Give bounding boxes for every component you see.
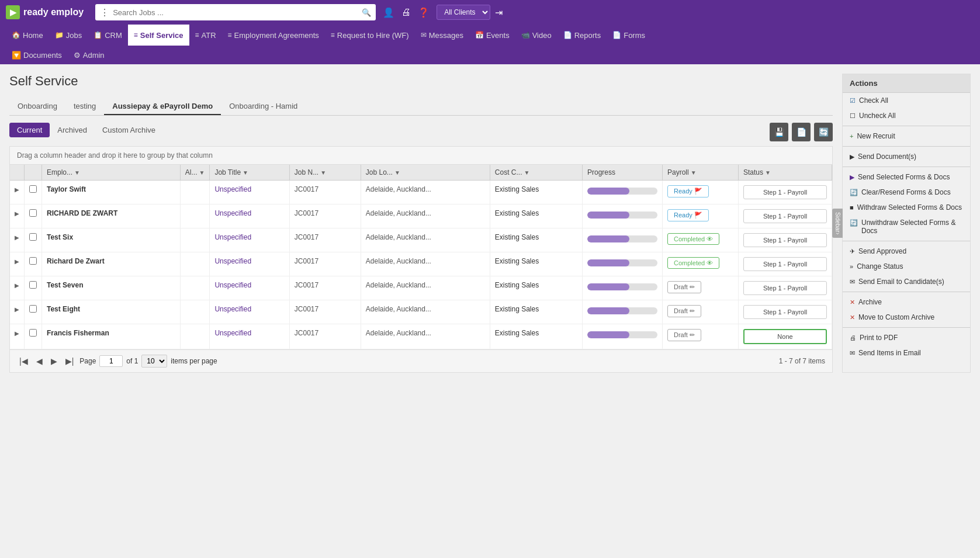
- action-print-pdf[interactable]: 🖨 Print to PDF: [843, 330, 970, 345]
- filter-current[interactable]: Current: [9, 123, 50, 137]
- row-check-5[interactable]: [25, 300, 42, 324]
- cell-payroll-6[interactable]: Draft ✏: [663, 324, 739, 349]
- status-button-4[interactable]: Step 1 - Payroll: [743, 281, 827, 295]
- cell-jobtitle-6[interactable]: Unspecified: [210, 324, 289, 349]
- page-size-select[interactable]: 10 25 50: [141, 355, 167, 368]
- sidebar-toggle[interactable]: Sidebar ›: [832, 209, 843, 238]
- cell-status-6[interactable]: None: [739, 324, 832, 349]
- payroll-badge-0[interactable]: Ready 🚩: [667, 185, 709, 197]
- cell-status-1[interactable]: Step 1 - Payroll: [739, 205, 832, 228]
- status-button-5[interactable]: Step 1 - Payroll: [743, 305, 827, 319]
- action-check-all[interactable]: ☑ Check All: [843, 93, 970, 108]
- action-new-recruit[interactable]: + New Recruit: [843, 129, 970, 144]
- col-payroll[interactable]: Payroll ▼: [663, 165, 739, 181]
- nav-crm[interactable]: 📋 CRM: [88, 25, 128, 46]
- row-check-4[interactable]: [25, 276, 42, 300]
- nav-events[interactable]: 📅 Events: [469, 25, 515, 46]
- nav-self-service[interactable]: ≡ Self Service: [128, 25, 189, 46]
- row-checkbox-4[interactable]: [29, 281, 37, 289]
- cell-status-2[interactable]: Step 1 - Payroll: [739, 228, 832, 252]
- action-send-items-email[interactable]: ✉ Send Items in Email: [843, 345, 970, 361]
- nav-forms[interactable]: 📄 Forms: [607, 25, 651, 46]
- payroll-badge-6[interactable]: Draft ✏: [667, 329, 701, 341]
- cell-status-4[interactable]: Step 1 - Payroll: [739, 276, 832, 300]
- cell-status-0[interactable]: Step 1 - Payroll: [739, 181, 832, 205]
- client-select-container[interactable]: All Clients: [437, 5, 490, 20]
- filter-custom-archive[interactable]: Custom Archive: [95, 123, 163, 137]
- row-expand-4[interactable]: ▶: [10, 276, 25, 300]
- search-dots-icon[interactable]: ⋮: [100, 7, 109, 18]
- jobtitle-filter-icon[interactable]: ▼: [243, 169, 248, 176]
- search-bar[interactable]: ⋮ 🔍: [95, 4, 376, 20]
- payroll-badge-3[interactable]: Completed 👁: [667, 257, 719, 269]
- page-last-button[interactable]: ▶|: [63, 355, 77, 367]
- job-title-link-3[interactable]: Unspecified: [214, 257, 251, 265]
- cost-filter-icon[interactable]: ▼: [524, 169, 530, 176]
- tab-onboarding-hamid[interactable]: Onboarding - Hamid: [221, 98, 306, 115]
- status-button-6[interactable]: None: [743, 329, 827, 344]
- expand-button-2[interactable]: ▶: [15, 234, 19, 241]
- nav-employment-agreements[interactable]: ≡ Employment Agreements: [222, 25, 325, 46]
- action-unwithdraw[interactable]: 🔄 Unwithdraw Selected Forms & Docs: [843, 215, 970, 238]
- cell-jobtitle-0[interactable]: Unspecified: [210, 181, 289, 205]
- cell-payroll-1[interactable]: Ready 🚩: [663, 205, 739, 228]
- row-checkbox-3[interactable]: [29, 257, 37, 265]
- col-job-num[interactable]: Job N... ▼: [289, 165, 361, 181]
- nav-request-hire[interactable]: ≡ Request to Hire (WF): [325, 25, 415, 46]
- payroll-badge-1[interactable]: Ready 🚩: [667, 209, 709, 221]
- row-check-6[interactable]: [25, 324, 42, 349]
- payroll-filter-icon[interactable]: ▼: [691, 169, 697, 176]
- nav-documents[interactable]: 🔽 Documents: [6, 44, 68, 65]
- action-move-custom-archive[interactable]: ✕ Move to Custom Archive: [843, 310, 970, 325]
- col-cost-centre[interactable]: Cost C... ▼: [490, 165, 582, 181]
- row-expand-2[interactable]: ▶: [10, 228, 25, 252]
- cell-jobtitle-1[interactable]: Unspecified: [210, 205, 289, 228]
- row-checkbox-0[interactable]: [29, 185, 37, 193]
- expand-button-4[interactable]: ▶: [15, 282, 19, 289]
- action-send-email[interactable]: ✉ Send Email to Candidate(s): [843, 274, 970, 289]
- action-send-documents[interactable]: ▶ Send Document(s): [843, 149, 970, 164]
- client-dropdown[interactable]: All Clients: [437, 5, 490, 20]
- col-status[interactable]: Status ▼: [739, 165, 832, 181]
- nav-admin[interactable]: ⚙ Admin: [68, 44, 110, 65]
- row-check-1[interactable]: [25, 205, 42, 228]
- nav-home[interactable]: 🏠 Home: [6, 25, 49, 46]
- nav-messages[interactable]: ✉ Messages: [415, 25, 469, 46]
- cell-jobtitle-5[interactable]: Unspecified: [210, 300, 289, 324]
- expand-button-3[interactable]: ▶: [15, 258, 19, 265]
- row-expand-3[interactable]: ▶: [10, 252, 25, 276]
- tab-aussiepay[interactable]: Aussiepay & ePayroll Demo: [104, 98, 221, 115]
- cell-payroll-3[interactable]: Completed 👁: [663, 252, 739, 276]
- cell-payroll-4[interactable]: Draft ✏: [663, 276, 739, 300]
- page-first-button[interactable]: |◀: [17, 355, 30, 367]
- cell-payroll-0[interactable]: Ready 🚩: [663, 181, 739, 205]
- nav-jobs[interactable]: 📁 Jobs: [49, 25, 88, 46]
- page-next-button[interactable]: ▶: [49, 355, 60, 367]
- cell-jobtitle-3[interactable]: Unspecified: [210, 252, 289, 276]
- cell-jobtitle-2[interactable]: Unspecified: [210, 228, 289, 252]
- status-button-3[interactable]: Step 1 - Payroll: [743, 257, 827, 271]
- job-title-link-6[interactable]: Unspecified: [214, 329, 251, 337]
- filter-archived[interactable]: Archived: [50, 123, 95, 137]
- cell-payroll-2[interactable]: Completed 👁: [663, 228, 739, 252]
- nav-atr[interactable]: ≡ ATR: [189, 25, 222, 46]
- cell-jobtitle-4[interactable]: Unspecified: [210, 276, 289, 300]
- row-checkbox-6[interactable]: [29, 329, 37, 337]
- action-withdraw[interactable]: ■ Withdraw Selected Forms & Docs: [843, 200, 970, 215]
- action-archive[interactable]: ✕ Archive: [843, 294, 970, 310]
- expand-button-5[interactable]: ▶: [15, 306, 19, 313]
- help-icon[interactable]: ❓: [418, 7, 430, 18]
- job-title-link-0[interactable]: Unspecified: [214, 185, 251, 193]
- user-icon[interactable]: 👤: [383, 7, 394, 18]
- row-expand-0[interactable]: ▶: [10, 181, 25, 205]
- external-link-icon[interactable]: ⇥: [495, 7, 503, 18]
- status-filter-icon[interactable]: ▼: [765, 169, 771, 176]
- print-icon[interactable]: 🖨: [401, 7, 411, 18]
- status-button-0[interactable]: Step 1 - Payroll: [743, 185, 827, 199]
- row-check-3[interactable]: [25, 252, 42, 276]
- page-prev-button[interactable]: ◀: [34, 355, 45, 367]
- cell-status-5[interactable]: Step 1 - Payroll: [739, 300, 832, 324]
- col-al[interactable]: Al... ▼: [180, 165, 210, 181]
- search-icon[interactable]: 🔍: [362, 8, 371, 17]
- jobloc-filter-icon[interactable]: ▼: [394, 169, 400, 176]
